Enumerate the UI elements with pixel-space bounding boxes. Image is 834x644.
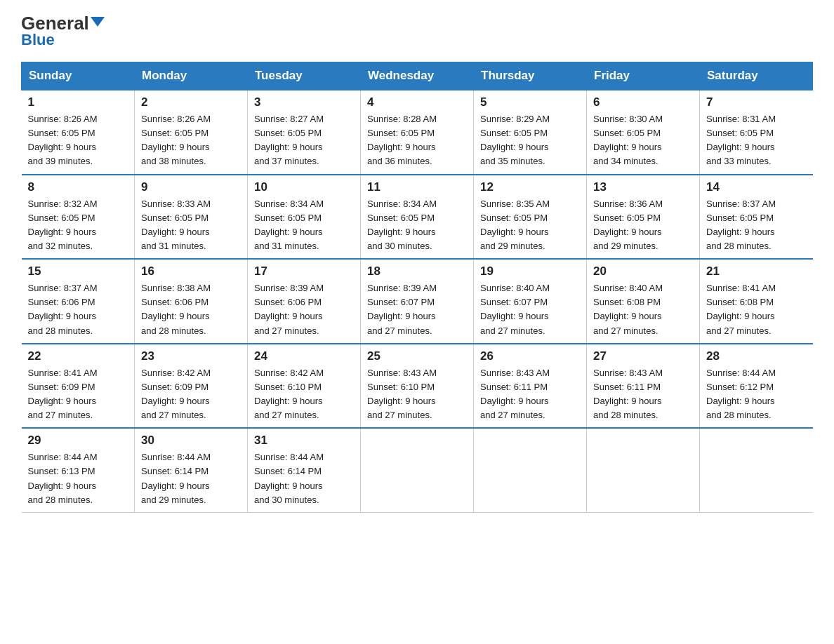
day-info: Sunrise: 8:34 AMSunset: 6:05 PMDaylight:… (254, 197, 354, 254)
day-cell: 29Sunrise: 8:44 AMSunset: 6:13 PMDayligh… (22, 428, 135, 512)
day-cell: 14Sunrise: 8:37 AMSunset: 6:05 PMDayligh… (700, 175, 813, 260)
day-number: 15 (28, 264, 128, 279)
week-row-5: 29Sunrise: 8:44 AMSunset: 6:13 PMDayligh… (22, 428, 813, 512)
day-cell: 12Sunrise: 8:35 AMSunset: 6:05 PMDayligh… (474, 175, 587, 260)
day-number: 6 (593, 95, 693, 109)
calendar-header: SundayMondayTuesdayWednesdayThursdayFrid… (22, 62, 813, 90)
day-cell: 13Sunrise: 8:36 AMSunset: 6:05 PMDayligh… (587, 175, 700, 260)
day-cell: 22Sunrise: 8:41 AMSunset: 6:09 PMDayligh… (22, 344, 135, 429)
day-cell: 30Sunrise: 8:44 AMSunset: 6:14 PMDayligh… (135, 428, 248, 512)
day-info: Sunrise: 8:35 AMSunset: 6:05 PMDaylight:… (480, 197, 580, 254)
day-number: 13 (593, 180, 693, 194)
header-day-saturday: Saturday (700, 62, 813, 90)
day-cell: 4Sunrise: 8:28 AMSunset: 6:05 PMDaylight… (361, 90, 474, 175)
day-number: 21 (706, 264, 807, 279)
day-number: 4 (367, 95, 467, 109)
day-info: Sunrise: 8:40 AMSunset: 6:08 PMDaylight:… (593, 281, 693, 338)
day-info: Sunrise: 8:44 AMSunset: 6:13 PMDaylight:… (28, 450, 128, 507)
day-cell: 28Sunrise: 8:44 AMSunset: 6:12 PMDayligh… (700, 344, 813, 429)
day-cell (587, 428, 700, 512)
day-number: 5 (480, 95, 580, 109)
day-number: 25 (367, 349, 467, 363)
day-number: 17 (254, 264, 354, 279)
day-cell: 20Sunrise: 8:40 AMSunset: 6:08 PMDayligh… (587, 259, 700, 344)
day-cell (700, 428, 813, 512)
day-info: Sunrise: 8:34 AMSunset: 6:05 PMDaylight:… (367, 197, 467, 254)
day-cell: 23Sunrise: 8:42 AMSunset: 6:09 PMDayligh… (135, 344, 248, 429)
day-info: Sunrise: 8:36 AMSunset: 6:05 PMDaylight:… (593, 197, 693, 254)
day-number: 31 (254, 434, 354, 448)
page-header: General Blue (21, 14, 813, 49)
day-number: 24 (254, 349, 354, 363)
day-number: 27 (593, 349, 693, 363)
day-cell: 27Sunrise: 8:43 AMSunset: 6:11 PMDayligh… (587, 344, 700, 429)
day-number: 8 (28, 180, 128, 194)
week-row-2: 8Sunrise: 8:32 AMSunset: 6:05 PMDaylight… (22, 175, 813, 260)
day-cell: 11Sunrise: 8:34 AMSunset: 6:05 PMDayligh… (361, 175, 474, 260)
day-cell: 7Sunrise: 8:31 AMSunset: 6:05 PMDaylight… (700, 90, 813, 175)
day-cell: 5Sunrise: 8:29 AMSunset: 6:05 PMDaylight… (474, 90, 587, 175)
day-number: 7 (706, 95, 807, 109)
day-info: Sunrise: 8:42 AMSunset: 6:10 PMDaylight:… (254, 366, 354, 423)
day-info: Sunrise: 8:41 AMSunset: 6:09 PMDaylight:… (28, 366, 128, 423)
day-cell: 19Sunrise: 8:40 AMSunset: 6:07 PMDayligh… (474, 259, 587, 344)
day-info: Sunrise: 8:29 AMSunset: 6:05 PMDaylight:… (480, 112, 580, 169)
header-day-thursday: Thursday (474, 62, 587, 90)
day-info: Sunrise: 8:44 AMSunset: 6:12 PMDaylight:… (706, 366, 807, 423)
day-number: 20 (593, 264, 693, 279)
day-cell (474, 428, 587, 512)
day-number: 1 (28, 95, 128, 109)
day-number: 19 (480, 264, 580, 279)
day-info: Sunrise: 8:27 AMSunset: 6:05 PMDaylight:… (254, 112, 354, 169)
calendar-body: 1Sunrise: 8:26 AMSunset: 6:05 PMDaylight… (22, 90, 813, 512)
day-cell: 25Sunrise: 8:43 AMSunset: 6:10 PMDayligh… (361, 344, 474, 429)
day-info: Sunrise: 8:39 AMSunset: 6:06 PMDaylight:… (254, 281, 354, 338)
week-row-3: 15Sunrise: 8:37 AMSunset: 6:06 PMDayligh… (22, 259, 813, 344)
day-number: 28 (706, 349, 807, 363)
day-cell: 1Sunrise: 8:26 AMSunset: 6:05 PMDaylight… (22, 90, 135, 175)
day-number: 11 (367, 180, 467, 194)
header-day-friday: Friday (587, 62, 700, 90)
day-number: 14 (706, 180, 807, 194)
header-day-wednesday: Wednesday (361, 62, 474, 90)
day-info: Sunrise: 8:44 AMSunset: 6:14 PMDaylight:… (254, 450, 354, 507)
logo-general: General (21, 14, 89, 32)
day-info: Sunrise: 8:26 AMSunset: 6:05 PMDaylight:… (28, 112, 128, 169)
day-number: 16 (141, 264, 241, 279)
header-day-sunday: Sunday (22, 62, 135, 90)
day-info: Sunrise: 8:37 AMSunset: 6:05 PMDaylight:… (706, 197, 807, 254)
day-info: Sunrise: 8:30 AMSunset: 6:05 PMDaylight:… (593, 112, 693, 169)
day-cell: 24Sunrise: 8:42 AMSunset: 6:10 PMDayligh… (248, 344, 361, 429)
day-cell: 31Sunrise: 8:44 AMSunset: 6:14 PMDayligh… (248, 428, 361, 512)
day-number: 2 (141, 95, 241, 109)
day-cell: 3Sunrise: 8:27 AMSunset: 6:05 PMDaylight… (248, 90, 361, 175)
day-info: Sunrise: 8:26 AMSunset: 6:05 PMDaylight:… (141, 112, 241, 169)
day-cell: 9Sunrise: 8:33 AMSunset: 6:05 PMDaylight… (135, 175, 248, 260)
day-info: Sunrise: 8:40 AMSunset: 6:07 PMDaylight:… (480, 281, 580, 338)
day-info: Sunrise: 8:39 AMSunset: 6:07 PMDaylight:… (367, 281, 467, 338)
day-number: 22 (28, 349, 128, 363)
calendar-table: SundayMondayTuesdayWednesdayThursdayFrid… (21, 62, 813, 513)
day-cell: 18Sunrise: 8:39 AMSunset: 6:07 PMDayligh… (361, 259, 474, 344)
day-info: Sunrise: 8:32 AMSunset: 6:05 PMDaylight:… (28, 197, 128, 254)
day-info: Sunrise: 8:43 AMSunset: 6:10 PMDaylight:… (367, 366, 467, 423)
day-number: 18 (367, 264, 467, 279)
day-info: Sunrise: 8:44 AMSunset: 6:14 PMDaylight:… (141, 450, 241, 507)
day-cell: 26Sunrise: 8:43 AMSunset: 6:11 PMDayligh… (474, 344, 587, 429)
day-number: 29 (28, 434, 128, 448)
day-cell: 15Sunrise: 8:37 AMSunset: 6:06 PMDayligh… (22, 259, 135, 344)
day-cell: 21Sunrise: 8:41 AMSunset: 6:08 PMDayligh… (700, 259, 813, 344)
day-number: 3 (254, 95, 354, 109)
day-number: 12 (480, 180, 580, 194)
header-day-tuesday: Tuesday (248, 62, 361, 90)
header-row: SundayMondayTuesdayWednesdayThursdayFrid… (22, 62, 813, 90)
day-info: Sunrise: 8:43 AMSunset: 6:11 PMDaylight:… (593, 366, 693, 423)
day-cell: 6Sunrise: 8:30 AMSunset: 6:05 PMDaylight… (587, 90, 700, 175)
logo-triangle-icon (91, 17, 105, 27)
logo-blue: Blue (21, 31, 55, 49)
header-day-monday: Monday (135, 62, 248, 90)
day-cell (361, 428, 474, 512)
day-cell: 16Sunrise: 8:38 AMSunset: 6:06 PMDayligh… (135, 259, 248, 344)
day-number: 9 (141, 180, 241, 194)
day-number: 23 (141, 349, 241, 363)
